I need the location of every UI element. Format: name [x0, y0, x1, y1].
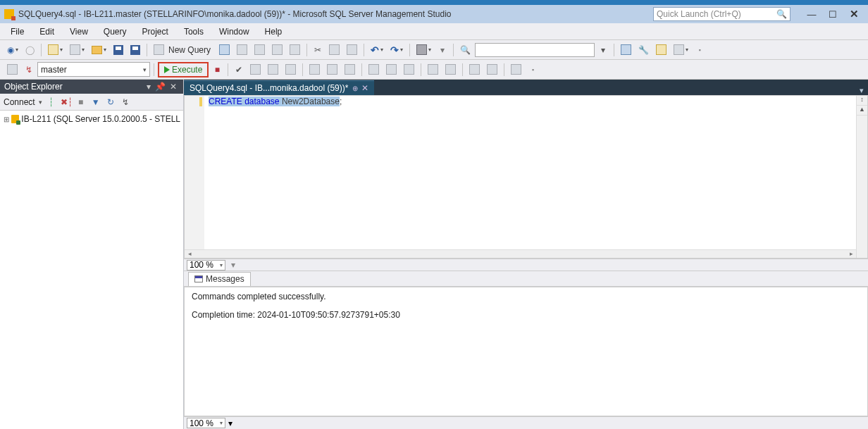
dmx-query-icon[interactable] — [252, 42, 268, 58]
editor-area: SQLQuery4.sql - IB...monika.dadool (59))… — [184, 80, 868, 429]
expand-icon[interactable]: ⊞ — [3, 116, 9, 123]
wrench-icon[interactable]: 🔧 — [636, 42, 652, 58]
disconnect-icon[interactable]: ✖┆ — [61, 97, 72, 107]
pin-icon[interactable]: 📌 — [153, 82, 168, 92]
zoom-combo-2[interactable]: 100 % — [187, 418, 225, 428]
increase-indent-icon[interactable] — [484, 62, 500, 77]
document-tabs: SQLQuery4.sql - IB...monika.dadool (59))… — [184, 80, 868, 95]
menu-file[interactable]: File — [4, 25, 30, 38]
menu-query[interactable]: Query — [97, 25, 133, 38]
tab-overflow-icon[interactable]: ▾ — [855, 86, 868, 95]
small-settings-icon[interactable]: ▪ — [693, 42, 707, 58]
redo-button[interactable]: ↷ — [388, 42, 406, 58]
document-tab[interactable]: SQLQuery4.sql - IB...monika.dadool (59))… — [184, 80, 374, 95]
tab-pin-icon[interactable]: ⊕ — [352, 85, 358, 92]
execute-button[interactable]: Execute — [158, 62, 209, 77]
search-small-icon[interactable]: ↯ — [120, 97, 131, 107]
messages-tab[interactable]: Messages — [188, 272, 251, 286]
nav-back-button[interactable]: ◉ — [4, 42, 21, 58]
uncomment-icon[interactable] — [442, 62, 459, 77]
menu-help[interactable]: Help — [259, 25, 289, 38]
tree-server-node[interactable]: ⊞ IB-L211 (SQL Server 15.0.2000.5 - STEL… — [1, 113, 182, 125]
menu-project[interactable]: Project — [136, 25, 175, 38]
xmla-query-icon[interactable] — [269, 42, 285, 58]
stop-icon[interactable]: ■ — [75, 97, 87, 107]
connect-label[interactable]: Connect — [4, 97, 35, 107]
specify-template-icon[interactable] — [508, 62, 524, 77]
quick-launch-input[interactable]: Quick Launch (Ctrl+Q) 🔍 — [653, 7, 790, 21]
close-button[interactable]: ✕ — [844, 7, 864, 21]
paste-button[interactable] — [344, 42, 360, 58]
messages-panel[interactable]: Commands completed successfully. Complet… — [184, 287, 868, 416]
comment-icon[interactable] — [425, 62, 441, 77]
db-engine-query-icon[interactable] — [216, 42, 232, 58]
new-item-button[interactable] — [67, 42, 87, 58]
decrease-indent-icon[interactable] — [466, 62, 483, 77]
cut-button[interactable]: ✂ — [311, 42, 325, 58]
menu-window[interactable]: Window — [213, 25, 256, 38]
open-file-button[interactable] — [89, 42, 109, 58]
panel-close-icon[interactable]: ✕ — [168, 82, 179, 92]
results-to-text-icon[interactable] — [366, 62, 382, 77]
refresh-icon[interactable]: ↻ — [105, 97, 116, 107]
execution-plan-icon[interactable] — [414, 42, 434, 58]
activity-monitor-icon[interactable]: ▾ — [435, 42, 450, 58]
maximize-button[interactable]: ☐ — [823, 7, 843, 21]
zoom-dash: ▾ — [231, 260, 235, 270]
undo-button[interactable]: ↶ — [368, 42, 386, 58]
object-explorer-panel: Object Explorer ▾ 📌 ✕ Connect ▾ ┆ ✖┆ ■ ▼… — [0, 80, 184, 429]
include-plan-icon[interactable] — [306, 62, 323, 77]
dax-query-icon[interactable] — [287, 42, 303, 58]
window-layout-icon[interactable] — [671, 42, 691, 58]
scroll-up-icon[interactable]: ▲ — [857, 106, 867, 116]
save-button[interactable] — [111, 42, 126, 58]
available-databases-icon[interactable]: ↯ — [22, 62, 36, 77]
register-servers-icon[interactable] — [618, 42, 634, 58]
find-dropdown[interactable]: ▾ — [596, 42, 610, 58]
connect-icon[interactable]: ┆ — [46, 97, 57, 107]
editor-vertical-widgets: ↕ ▲ — [856, 96, 867, 258]
parse-button[interactable]: ✔ — [232, 62, 246, 77]
new-query-button[interactable]: New Query — [151, 42, 215, 58]
display-plan-icon[interactable] — [247, 62, 264, 77]
menu-edit[interactable]: Edit — [33, 25, 61, 38]
find-icon[interactable]: 🔍 — [457, 42, 473, 58]
mdx-query-icon[interactable] — [234, 42, 250, 58]
editor-content[interactable]: CREATE database New2Database; — [209, 97, 342, 106]
menu-view[interactable]: View — [63, 25, 94, 38]
copy-button[interactable] — [326, 42, 342, 58]
sql-semicolon: ; — [340, 97, 342, 106]
messages-line-2: Completion time: 2024-01-10T09:50:57.927… — [192, 310, 860, 320]
object-explorer-tree[interactable]: ⊞ IB-L211 (SQL Server 15.0.2000.5 - STEL… — [0, 111, 183, 429]
cancel-query-button[interactable]: ■ — [210, 62, 224, 77]
scroll-left-icon[interactable]: ◂ — [185, 250, 194, 257]
results-to-file-icon[interactable] — [401, 62, 417, 77]
query-options-icon[interactable] — [265, 62, 281, 77]
zoom-dash-2: ▾ — [228, 418, 232, 428]
menu-tools[interactable]: Tools — [178, 25, 210, 38]
include-live-stats-icon[interactable] — [342, 62, 358, 77]
results-to-grid-icon[interactable] — [383, 62, 399, 77]
minimize-button[interactable]: — — [802, 7, 822, 21]
ssms-app-icon — [4, 9, 14, 19]
intellisense-icon[interactable] — [283, 62, 299, 77]
toolbox-icon[interactable] — [653, 42, 669, 58]
editor-hscroll[interactable]: ◂ ▸ — [185, 249, 856, 258]
sql-keyword-create: CREATE — [209, 97, 242, 106]
zoom-combo[interactable]: 100 % — [187, 260, 225, 271]
new-project-button[interactable] — [45, 42, 66, 58]
save-all-button[interactable] — [128, 42, 143, 58]
split-icon[interactable]: ↕ — [857, 96, 867, 106]
trace-query-icon[interactable]: ▪ — [526, 62, 540, 77]
scroll-right-icon[interactable]: ▸ — [846, 250, 856, 257]
nav-fwd-button[interactable]: ◯ — [23, 42, 37, 58]
object-explorer-header[interactable]: Object Explorer ▾ 📌 ✕ — [0, 80, 183, 94]
filter-icon[interactable]: ▼ — [90, 97, 101, 107]
change-connection-icon[interactable] — [4, 62, 20, 77]
panel-menu-icon[interactable]: ▾ — [144, 82, 153, 92]
database-combo[interactable]: master — [37, 62, 150, 77]
find-input[interactable] — [475, 43, 595, 57]
sql-editor[interactable]: CREATE database New2Database; ↕ ▲ ◂ ▸ — [184, 95, 868, 259]
include-stats-icon[interactable] — [324, 62, 340, 77]
tab-close-icon[interactable]: ✕ — [361, 83, 368, 93]
